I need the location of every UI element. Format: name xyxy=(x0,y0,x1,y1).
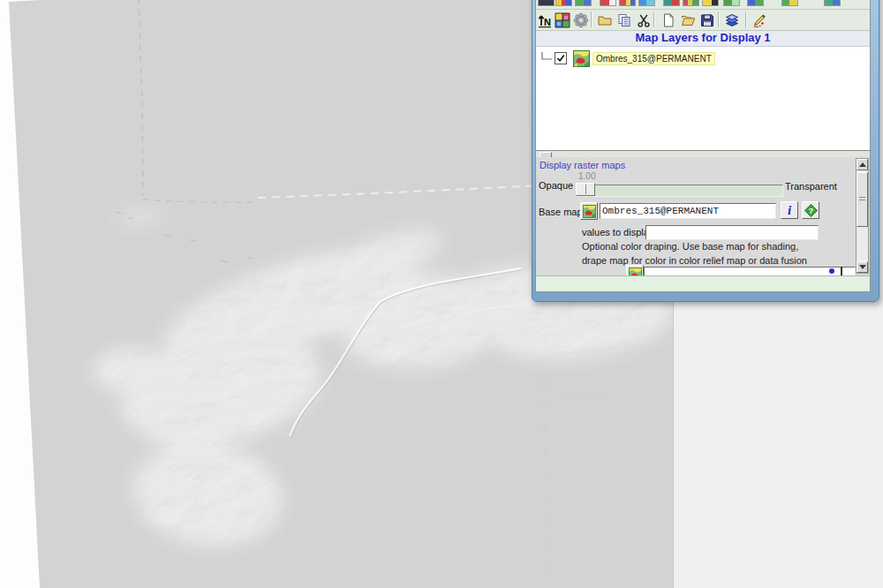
scroll-down-button[interactable] xyxy=(857,261,868,273)
map-info-button[interactable]: i xyxy=(781,201,798,219)
svg-text:N: N xyxy=(544,17,551,27)
scroll-up-button[interactable] xyxy=(857,159,868,170)
option-dot-icon xyxy=(829,268,834,274)
partial-icon[interactable] xyxy=(723,0,740,6)
toolbar-row1-partial xyxy=(536,0,870,10)
base-map-picker-button[interactable] xyxy=(580,202,598,220)
partial-icon[interactable] xyxy=(538,0,555,6)
north-arrow-icon: N xyxy=(537,12,553,28)
delete-layer-button[interactable] xyxy=(635,11,653,29)
add-layers-button[interactable] xyxy=(723,11,741,29)
new-workspace-button[interactable] xyxy=(660,11,677,29)
copy-icon xyxy=(616,12,632,28)
values-label: values to display xyxy=(582,227,653,237)
hint-line-2: drape map for color in color relief map … xyxy=(582,255,807,266)
raster-options-panel: Display raster maps Opaque 1.00 Transpar… xyxy=(536,157,870,275)
thumb-grip-icon xyxy=(859,197,865,202)
raster-tools-button[interactable] xyxy=(554,11,571,29)
open-folder-icon xyxy=(680,12,696,28)
transparent-label: Transparent xyxy=(785,181,837,192)
layer-row[interactable]: Ombres_315@PERMANENT xyxy=(540,50,715,66)
options-scrollbar[interactable] xyxy=(856,158,869,274)
help-icon: ? xyxy=(804,203,819,218)
folder-icon xyxy=(597,12,613,28)
toolbar-separator xyxy=(745,11,747,27)
gis-manager-window: N xyxy=(532,0,879,302)
arrow-down-icon xyxy=(859,265,866,269)
partial-icon[interactable] xyxy=(747,0,764,6)
base-map-entry[interactable] xyxy=(600,203,776,219)
panel-title-text: Map Layers for Display 1 xyxy=(635,31,770,44)
toolbar-separator xyxy=(718,11,720,27)
raster-layer-icon xyxy=(573,50,590,67)
scrollbar-thumb[interactable] xyxy=(857,172,868,227)
svg-text:?: ? xyxy=(808,205,813,215)
opacity-value: 1.00 xyxy=(578,171,595,181)
digitize-button[interactable] xyxy=(751,11,768,29)
save-workspace-button[interactable] xyxy=(698,11,716,29)
layer-label[interactable]: Ombres_315@PERMANENT xyxy=(592,52,715,65)
toolbar-separator xyxy=(591,11,592,27)
duplicate-layer-button[interactable] xyxy=(615,11,633,29)
values-entry[interactable] xyxy=(645,225,819,240)
partial-icon[interactable] xyxy=(600,0,616,6)
text-caret xyxy=(841,267,842,275)
partial-icon[interactable] xyxy=(663,0,680,6)
gear-icon xyxy=(573,12,589,28)
partial-icon[interactable] xyxy=(555,0,572,6)
partial-icon[interactable] xyxy=(702,0,719,6)
config-button[interactable] xyxy=(572,11,590,29)
panel-title: Map Layers for Display 1 xyxy=(536,31,870,47)
arrow-up-icon xyxy=(859,162,866,167)
raster-map-icon xyxy=(629,268,642,276)
toolbar-separator xyxy=(653,11,655,27)
hint-line-1: Optional color draping. Use base map for… xyxy=(582,241,798,252)
pencil-icon xyxy=(751,12,767,28)
raster-map-icon xyxy=(583,205,596,218)
layers-icon xyxy=(724,12,740,28)
opacity-slider-trough[interactable] xyxy=(576,185,783,197)
layer-tree: Ombres_315@PERMANENT xyxy=(536,47,870,150)
opacity-slider-handle[interactable] xyxy=(576,183,595,196)
save-icon xyxy=(699,12,715,28)
raster-grid-icon xyxy=(555,12,570,28)
open-workspace-button[interactable] xyxy=(679,11,697,29)
georectify-button[interactable]: N xyxy=(536,11,554,29)
new-file-icon xyxy=(660,12,676,28)
group-button[interactable] xyxy=(596,11,614,29)
partial-icon[interactable] xyxy=(638,0,655,6)
scissors-icon xyxy=(636,12,652,28)
drape-map-entry[interactable] xyxy=(644,267,856,275)
partial-icon[interactable] xyxy=(575,0,592,6)
options-heading: Display raster maps xyxy=(540,160,625,170)
partial-icon[interactable] xyxy=(781,0,798,6)
drape-map-picker-button[interactable] xyxy=(626,265,644,275)
toolbar-row2: N xyxy=(536,10,870,31)
help-button[interactable]: ? xyxy=(802,201,819,219)
partial-icon[interactable] xyxy=(619,0,636,6)
partial-icon[interactable] xyxy=(824,0,841,6)
status-bar xyxy=(536,275,870,292)
checkmark-icon xyxy=(556,54,565,63)
opaque-label: Opaque xyxy=(539,180,573,191)
tree-branch-icon xyxy=(540,52,553,64)
layer-checkbox[interactable] xyxy=(555,52,567,64)
screen: N xyxy=(0,0,883,588)
info-icon: i xyxy=(788,204,791,217)
base-map-label: Base map: xyxy=(539,207,585,217)
partial-icon[interactable] xyxy=(683,0,699,6)
